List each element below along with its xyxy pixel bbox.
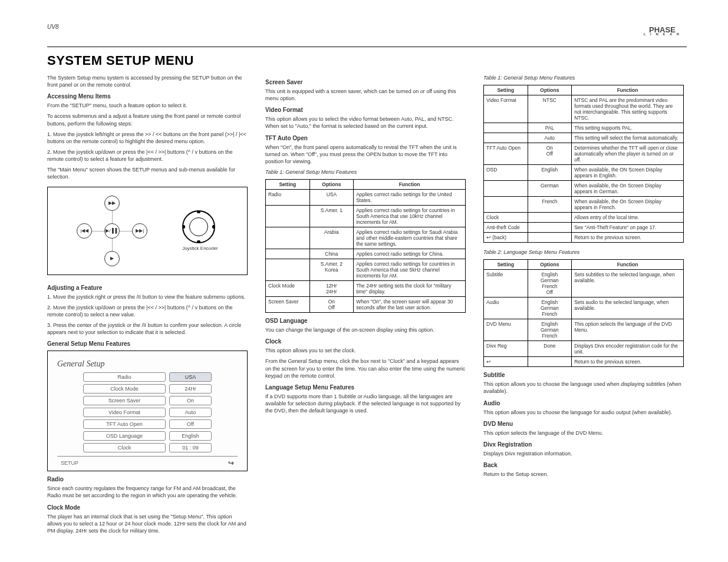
cell-setting bbox=[484, 123, 528, 133]
cell-setting: Video Format bbox=[484, 95, 528, 123]
access-touch: From the "SETUP" menu, touch a feature o… bbox=[47, 102, 248, 109]
cell-setting: Divx Reg bbox=[484, 341, 528, 357]
top-rule bbox=[47, 47, 687, 47]
cell-setting: ↩ (back) bbox=[484, 233, 528, 243]
cell-option: English bbox=[528, 165, 572, 181]
joystick-icon bbox=[182, 210, 215, 243]
table-row: Video FormatNTSCNTSC and PAL are the pre… bbox=[484, 95, 684, 123]
table-row: ↩Return to the previous screen. bbox=[484, 357, 684, 367]
osd-row: Clock01 : 09 bbox=[57, 443, 238, 452]
heading-osd-lang: OSD Language bbox=[265, 318, 466, 324]
table-row: ↩ (back)Return to the previous screen. bbox=[484, 233, 684, 243]
heading-divx: Divx Registration bbox=[483, 441, 684, 448]
osd-row: OSD LanguageEnglish bbox=[57, 431, 238, 441]
osd-row-value: 24Hr bbox=[169, 384, 212, 394]
cell-function: Displays Divx encoder registration code … bbox=[572, 341, 684, 357]
clock-desc-b: From the General Setup menu, click the b… bbox=[265, 358, 466, 379]
cell-option: 12Hr24Hr bbox=[309, 281, 354, 297]
osd-row-value: USA bbox=[169, 372, 212, 382]
table1-h2: Options bbox=[309, 180, 354, 190]
cell-function: The 24Hr setting sets the clock for "mil… bbox=[354, 281, 466, 297]
heading-clock: Clock bbox=[265, 338, 466, 345]
cell-function: When available, the ON Screen Display ap… bbox=[572, 165, 684, 181]
table-row: S.Amer. 1Applies correct radio settings … bbox=[266, 206, 466, 227]
back-desc: Return to the Setup screen. bbox=[483, 471, 684, 478]
osd-row-value: Off bbox=[169, 419, 212, 429]
cell-option: USA bbox=[309, 190, 354, 206]
osd-row: TFT Auto OpenOff bbox=[57, 419, 238, 429]
cell-option: S.Amer. 1 bbox=[309, 206, 354, 227]
osd-row: Clock Mode24Hr bbox=[57, 384, 238, 394]
cell-function: This option selects the language of the … bbox=[572, 319, 684, 341]
table1-h1: Setting bbox=[266, 180, 310, 190]
clock-mode-desc: The player has an internal clock that is… bbox=[47, 513, 248, 534]
table-row: ChinaApplies correct radio settings for … bbox=[266, 249, 466, 259]
table3-h2: Options bbox=[528, 260, 572, 270]
column-3: Table 1: General Setup Menu Features Set… bbox=[483, 74, 684, 481]
cell-setting: TFT Auto Open bbox=[484, 143, 528, 165]
audio-desc: This option allows you to choose the lan… bbox=[483, 409, 684, 416]
dvd-menu-desc: This option selects the language of the … bbox=[483, 429, 684, 437]
table3-caption: Table 2: Language Setup Menu Features bbox=[483, 249, 684, 256]
cell-setting: Screen Saver bbox=[266, 297, 310, 313]
dpad-down-icon: ▶ bbox=[104, 251, 120, 266]
table-row: Screen SaverOnOffWhen "On", the screen s… bbox=[266, 297, 466, 313]
table-row: DVD MenuEnglishGermanFrenchThis option s… bbox=[484, 319, 684, 341]
table-general-setup: Setting Options Function RadioUSAApplies… bbox=[265, 179, 466, 313]
osd-row-value: On bbox=[169, 396, 212, 405]
table-row: TFT Auto OpenOnOffDetermines whether the… bbox=[484, 143, 684, 165]
cell-option bbox=[528, 213, 572, 223]
back-arrow-icon: ↩ bbox=[228, 459, 234, 467]
heading-dvd-menu: DVD Menu bbox=[483, 421, 684, 427]
cell-setting bbox=[484, 197, 528, 213]
cell-function: Applies correct radio settings for Saudi… bbox=[354, 227, 466, 249]
heading-access: Accessing Menu Items bbox=[47, 93, 248, 100]
lang-setup-desc: If a DVD supports more than 1 Subtitle o… bbox=[265, 393, 466, 414]
heading-screen-saver: Screen Saver bbox=[265, 79, 466, 85]
cell-function: Return to the previous screen. bbox=[572, 233, 684, 243]
osd-row-label: OSD Language bbox=[83, 431, 166, 441]
cell-option: EnglishGermanFrench bbox=[528, 297, 572, 319]
cell-setting: DVD Menu bbox=[484, 319, 528, 341]
brand-logo: PHASE L I N E A R bbox=[644, 27, 681, 36]
table-row: Clock Mode12Hr24HrThe 24Hr setting sets … bbox=[266, 281, 466, 297]
dpad-right-icon: ▶▶| bbox=[132, 223, 147, 239]
table-general-setup-cont: Setting Options Function Video FormatNTS… bbox=[483, 85, 684, 243]
osd-row-label: Clock Mode bbox=[83, 384, 166, 394]
cell-setting: Radio bbox=[266, 190, 310, 206]
osd-row-label: Radio bbox=[83, 372, 166, 382]
adjust-step-1: 1. Move the joystick right or press the … bbox=[47, 293, 248, 300]
table3-h3: Function bbox=[572, 260, 684, 270]
cell-setting: Anti-theft Code bbox=[484, 223, 528, 233]
cell-option: Done bbox=[528, 341, 572, 357]
heading-lang-setup: Language Setup Menu Features bbox=[265, 384, 466, 391]
table-row: Divx RegDoneDisplays Divx encoder regist… bbox=[484, 341, 684, 357]
cell-option: EnglishGermanFrench bbox=[528, 319, 572, 341]
heading-adjust: Adjusting a Feature bbox=[47, 285, 248, 291]
screen-saver-desc: This unit is equipped with a screen save… bbox=[265, 88, 466, 102]
brand-sub: L I N E A R bbox=[644, 33, 681, 36]
table3-h1: Setting bbox=[484, 260, 528, 270]
cell-setting: Subtitle bbox=[484, 270, 528, 297]
cell-option: OnOff bbox=[528, 143, 572, 165]
heading-tft-auto-open: TFT Auto Open bbox=[265, 135, 466, 141]
cell-option: EnglishGermanFrenchOff bbox=[528, 270, 572, 297]
cell-setting bbox=[484, 133, 528, 143]
osd-footer-label: SETUP bbox=[61, 460, 78, 466]
osd-row: Screen SaverOn bbox=[57, 396, 238, 405]
table-row: GermanWhen available, the On Screen Disp… bbox=[484, 181, 684, 197]
adjust-step-2: 2. Move the joystick up/down or press th… bbox=[47, 304, 248, 318]
cell-setting bbox=[266, 259, 310, 281]
osd-row-value: 01 : 09 bbox=[169, 443, 212, 452]
table-row: SubtitleEnglishGermanFrenchOffSets subti… bbox=[484, 270, 684, 297]
cell-option: Arabia bbox=[309, 227, 354, 249]
tft-desc: When "On", the front panel opens automat… bbox=[265, 144, 466, 165]
cell-function: Sets audio to the selected language, whe… bbox=[572, 297, 684, 319]
table1-caption: Table 1: General Setup Menu Features bbox=[265, 168, 466, 176]
osd-title: General Setup bbox=[57, 359, 238, 369]
joystick-label: Joystick Encoder bbox=[182, 246, 218, 251]
cell-function: Allows entry of the local time. bbox=[572, 213, 684, 223]
table1-h3: Function bbox=[354, 180, 466, 190]
control-diagram: ▶▶ ▶ |◀◀ ▶▶| ▶/ ▌▌ Joystick Encoder bbox=[47, 187, 248, 275]
cell-function: Sets subtitles to the selected language,… bbox=[572, 270, 684, 297]
